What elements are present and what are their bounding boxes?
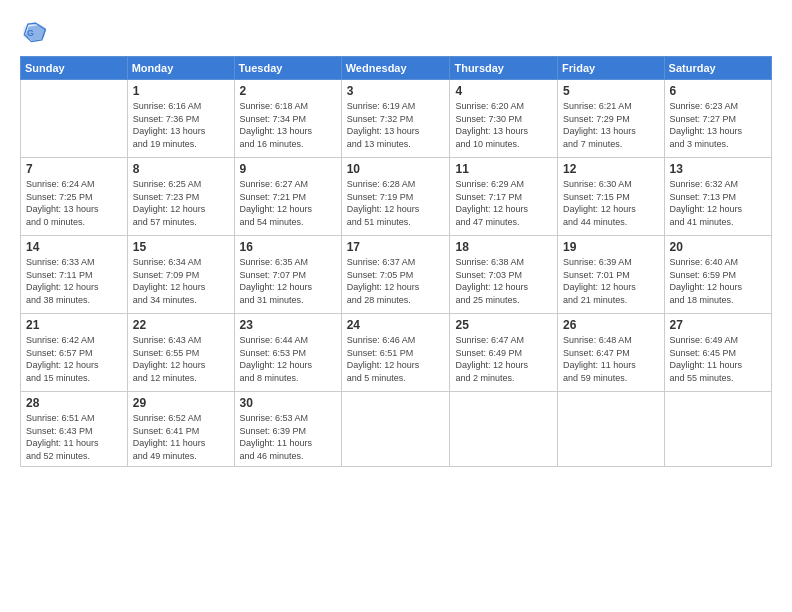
- day-info: Sunrise: 6:38 AM Sunset: 7:03 PM Dayligh…: [455, 256, 552, 306]
- logo: G: [20, 18, 50, 46]
- day-info: Sunrise: 6:37 AM Sunset: 7:05 PM Dayligh…: [347, 256, 445, 306]
- day-cell: 25Sunrise: 6:47 AM Sunset: 6:49 PM Dayli…: [450, 314, 558, 392]
- day-number: 20: [670, 240, 766, 254]
- day-cell: 12Sunrise: 6:30 AM Sunset: 7:15 PM Dayli…: [558, 158, 664, 236]
- logo-icon: G: [20, 18, 48, 46]
- day-info: Sunrise: 6:51 AM Sunset: 6:43 PM Dayligh…: [26, 412, 122, 462]
- weekday-header-row: SundayMondayTuesdayWednesdayThursdayFrid…: [21, 57, 772, 80]
- day-number: 1: [133, 84, 229, 98]
- day-cell: 6Sunrise: 6:23 AM Sunset: 7:27 PM Daylig…: [664, 80, 771, 158]
- day-info: Sunrise: 6:25 AM Sunset: 7:23 PM Dayligh…: [133, 178, 229, 228]
- day-info: Sunrise: 6:52 AM Sunset: 6:41 PM Dayligh…: [133, 412, 229, 462]
- day-info: Sunrise: 6:39 AM Sunset: 7:01 PM Dayligh…: [563, 256, 658, 306]
- day-cell: 5Sunrise: 6:21 AM Sunset: 7:29 PM Daylig…: [558, 80, 664, 158]
- day-cell: 10Sunrise: 6:28 AM Sunset: 7:19 PM Dayli…: [341, 158, 450, 236]
- weekday-header-wednesday: Wednesday: [341, 57, 450, 80]
- day-number: 14: [26, 240, 122, 254]
- weekday-header-monday: Monday: [127, 57, 234, 80]
- day-info: Sunrise: 6:18 AM Sunset: 7:34 PM Dayligh…: [240, 100, 336, 150]
- day-cell: 28Sunrise: 6:51 AM Sunset: 6:43 PM Dayli…: [21, 392, 128, 467]
- day-cell: [21, 80, 128, 158]
- weekday-header-tuesday: Tuesday: [234, 57, 341, 80]
- day-number: 6: [670, 84, 766, 98]
- day-info: Sunrise: 6:35 AM Sunset: 7:07 PM Dayligh…: [240, 256, 336, 306]
- day-cell: 4Sunrise: 6:20 AM Sunset: 7:30 PM Daylig…: [450, 80, 558, 158]
- day-info: Sunrise: 6:28 AM Sunset: 7:19 PM Dayligh…: [347, 178, 445, 228]
- day-number: 17: [347, 240, 445, 254]
- day-info: Sunrise: 6:23 AM Sunset: 7:27 PM Dayligh…: [670, 100, 766, 150]
- week-row-3: 21Sunrise: 6:42 AM Sunset: 6:57 PM Dayli…: [21, 314, 772, 392]
- week-row-0: 1Sunrise: 6:16 AM Sunset: 7:36 PM Daylig…: [21, 80, 772, 158]
- day-number: 30: [240, 396, 336, 410]
- weekday-header-thursday: Thursday: [450, 57, 558, 80]
- day-cell: [341, 392, 450, 467]
- day-cell: 26Sunrise: 6:48 AM Sunset: 6:47 PM Dayli…: [558, 314, 664, 392]
- day-number: 11: [455, 162, 552, 176]
- day-info: Sunrise: 6:53 AM Sunset: 6:39 PM Dayligh…: [240, 412, 336, 462]
- day-cell: [450, 392, 558, 467]
- day-number: 24: [347, 318, 445, 332]
- day-info: Sunrise: 6:40 AM Sunset: 6:59 PM Dayligh…: [670, 256, 766, 306]
- day-number: 8: [133, 162, 229, 176]
- day-number: 12: [563, 162, 658, 176]
- day-info: Sunrise: 6:33 AM Sunset: 7:11 PM Dayligh…: [26, 256, 122, 306]
- weekday-header-saturday: Saturday: [664, 57, 771, 80]
- day-number: 7: [26, 162, 122, 176]
- day-info: Sunrise: 6:43 AM Sunset: 6:55 PM Dayligh…: [133, 334, 229, 384]
- day-cell: 13Sunrise: 6:32 AM Sunset: 7:13 PM Dayli…: [664, 158, 771, 236]
- day-number: 10: [347, 162, 445, 176]
- day-number: 22: [133, 318, 229, 332]
- day-number: 2: [240, 84, 336, 98]
- day-number: 9: [240, 162, 336, 176]
- day-info: Sunrise: 6:24 AM Sunset: 7:25 PM Dayligh…: [26, 178, 122, 228]
- day-cell: 8Sunrise: 6:25 AM Sunset: 7:23 PM Daylig…: [127, 158, 234, 236]
- day-info: Sunrise: 6:29 AM Sunset: 7:17 PM Dayligh…: [455, 178, 552, 228]
- day-cell: 29Sunrise: 6:52 AM Sunset: 6:41 PM Dayli…: [127, 392, 234, 467]
- day-number: 26: [563, 318, 658, 332]
- day-info: Sunrise: 6:34 AM Sunset: 7:09 PM Dayligh…: [133, 256, 229, 306]
- day-cell: 20Sunrise: 6:40 AM Sunset: 6:59 PM Dayli…: [664, 236, 771, 314]
- day-info: Sunrise: 6:48 AM Sunset: 6:47 PM Dayligh…: [563, 334, 658, 384]
- day-cell: 22Sunrise: 6:43 AM Sunset: 6:55 PM Dayli…: [127, 314, 234, 392]
- day-cell: 19Sunrise: 6:39 AM Sunset: 7:01 PM Dayli…: [558, 236, 664, 314]
- day-cell: 18Sunrise: 6:38 AM Sunset: 7:03 PM Dayli…: [450, 236, 558, 314]
- day-cell: 27Sunrise: 6:49 AM Sunset: 6:45 PM Dayli…: [664, 314, 771, 392]
- day-info: Sunrise: 6:46 AM Sunset: 6:51 PM Dayligh…: [347, 334, 445, 384]
- day-cell: 15Sunrise: 6:34 AM Sunset: 7:09 PM Dayli…: [127, 236, 234, 314]
- day-number: 28: [26, 396, 122, 410]
- weekday-header-friday: Friday: [558, 57, 664, 80]
- day-cell: [664, 392, 771, 467]
- day-info: Sunrise: 6:30 AM Sunset: 7:15 PM Dayligh…: [563, 178, 658, 228]
- svg-text:G: G: [27, 28, 34, 38]
- day-cell: 23Sunrise: 6:44 AM Sunset: 6:53 PM Dayli…: [234, 314, 341, 392]
- day-number: 5: [563, 84, 658, 98]
- day-cell: 7Sunrise: 6:24 AM Sunset: 7:25 PM Daylig…: [21, 158, 128, 236]
- day-cell: 1Sunrise: 6:16 AM Sunset: 7:36 PM Daylig…: [127, 80, 234, 158]
- day-info: Sunrise: 6:47 AM Sunset: 6:49 PM Dayligh…: [455, 334, 552, 384]
- day-cell: 17Sunrise: 6:37 AM Sunset: 7:05 PM Dayli…: [341, 236, 450, 314]
- header: G: [20, 18, 772, 46]
- day-info: Sunrise: 6:21 AM Sunset: 7:29 PM Dayligh…: [563, 100, 658, 150]
- weekday-header-sunday: Sunday: [21, 57, 128, 80]
- day-number: 21: [26, 318, 122, 332]
- day-info: Sunrise: 6:19 AM Sunset: 7:32 PM Dayligh…: [347, 100, 445, 150]
- day-cell: 9Sunrise: 6:27 AM Sunset: 7:21 PM Daylig…: [234, 158, 341, 236]
- day-number: 23: [240, 318, 336, 332]
- day-number: 25: [455, 318, 552, 332]
- day-cell: 14Sunrise: 6:33 AM Sunset: 7:11 PM Dayli…: [21, 236, 128, 314]
- day-cell: 2Sunrise: 6:18 AM Sunset: 7:34 PM Daylig…: [234, 80, 341, 158]
- page: G SundayMondayTuesdayWednesdayThursdayFr…: [0, 0, 792, 612]
- day-cell: 21Sunrise: 6:42 AM Sunset: 6:57 PM Dayli…: [21, 314, 128, 392]
- day-cell: 30Sunrise: 6:53 AM Sunset: 6:39 PM Dayli…: [234, 392, 341, 467]
- day-number: 29: [133, 396, 229, 410]
- day-cell: 3Sunrise: 6:19 AM Sunset: 7:32 PM Daylig…: [341, 80, 450, 158]
- day-cell: 11Sunrise: 6:29 AM Sunset: 7:17 PM Dayli…: [450, 158, 558, 236]
- day-number: 13: [670, 162, 766, 176]
- day-info: Sunrise: 6:20 AM Sunset: 7:30 PM Dayligh…: [455, 100, 552, 150]
- calendar-table: SundayMondayTuesdayWednesdayThursdayFrid…: [20, 56, 772, 467]
- day-cell: 24Sunrise: 6:46 AM Sunset: 6:51 PM Dayli…: [341, 314, 450, 392]
- day-number: 3: [347, 84, 445, 98]
- day-cell: [558, 392, 664, 467]
- day-number: 15: [133, 240, 229, 254]
- day-number: 18: [455, 240, 552, 254]
